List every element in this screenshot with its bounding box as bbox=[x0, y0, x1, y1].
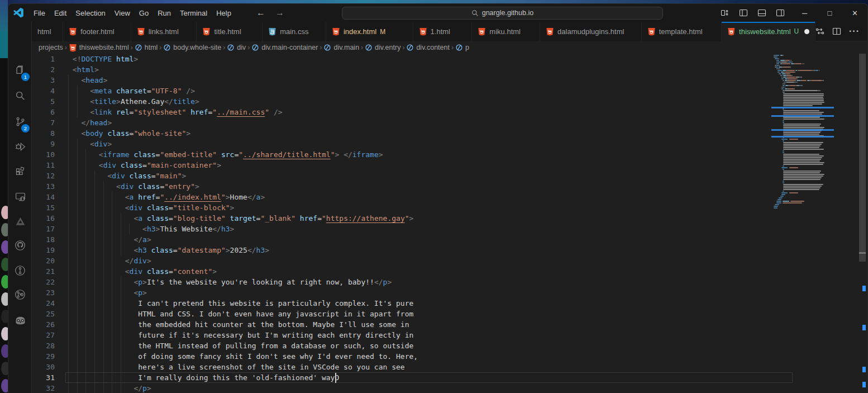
code-line[interactable]: 23 <p> bbox=[32, 287, 867, 298]
activity-godot[interactable] bbox=[8, 310, 32, 333]
line-number: 15 bbox=[32, 202, 55, 213]
history-back-button[interactable]: ← bbox=[251, 8, 270, 18]
code-line[interactable]: 32 </p> bbox=[32, 383, 867, 393]
toggle-primary-sidebar-button[interactable] bbox=[736, 6, 751, 20]
activity-source-control[interactable]: 2 bbox=[8, 111, 32, 134]
breadcrumb-separator: › bbox=[63, 44, 69, 51]
tab-template-html[interactable]: template.html bbox=[642, 22, 722, 41]
code-line[interactable]: 29 of doing some fancy shit I don't see … bbox=[32, 351, 867, 362]
code-line[interactable]: 14 <a href="../index.html">Home</a> bbox=[32, 192, 867, 202]
activity-explorer[interactable]: 1 bbox=[8, 60, 32, 82]
customize-layout-button[interactable] bbox=[718, 6, 732, 20]
code-line[interactable]: 20 </div> bbox=[32, 255, 867, 266]
editor-scrollbar[interactable] bbox=[859, 54, 866, 393]
command-center-search[interactable]: gnargle.github.io bbox=[342, 7, 663, 20]
code-line[interactable]: 31 I'm really doing this the 'old-fashio… bbox=[32, 372, 867, 383]
line-number: 31 bbox=[32, 372, 55, 383]
tab-label: index.html bbox=[344, 27, 376, 36]
tab-1-html[interactable]: 1.html bbox=[413, 22, 473, 41]
code-line[interactable]: 30 here's a live screenshot of the site … bbox=[32, 362, 867, 372]
code-line[interactable]: 5 <title>Athene.Gay</title> bbox=[32, 96, 867, 107]
code-line[interactable]: 4 <meta charset="UTF-8" /> bbox=[32, 86, 867, 96]
more-actions-icon[interactable]: ··· bbox=[849, 26, 860, 36]
menu-help[interactable]: Help bbox=[212, 7, 236, 19]
code-line[interactable]: 28 the HTML instead of pulling from a da… bbox=[32, 340, 867, 351]
code-line[interactable]: 15 <div class="title-block"> bbox=[32, 202, 867, 213]
activity-github[interactable] bbox=[8, 235, 32, 258]
menu-go[interactable]: Go bbox=[135, 7, 153, 19]
minimap-highlight bbox=[771, 115, 834, 117]
tab-html[interactable]: html bbox=[32, 22, 63, 41]
maximize-button[interactable]: □ bbox=[817, 4, 842, 22]
activity-git-graph[interactable] bbox=[8, 285, 32, 307]
activity-remote-explorer[interactable] bbox=[8, 187, 32, 209]
menu-file[interactable]: File bbox=[29, 7, 50, 19]
code-line[interactable]: 2 <html> bbox=[32, 64, 867, 75]
breadcrumb-item[interactable]: div bbox=[227, 44, 246, 51]
code-line[interactable]: 21 <div class="content"> bbox=[32, 266, 867, 277]
activity-extensions[interactable] bbox=[8, 162, 32, 184]
code-line[interactable]: 12 <div class="main"> bbox=[32, 171, 867, 181]
tab-miku-html[interactable]: miku.html bbox=[472, 22, 540, 41]
tab-main-css[interactable]: main.css bbox=[263, 22, 326, 41]
code-line[interactable]: 25 HTML and CSS. I don't even have any j… bbox=[32, 309, 867, 319]
breadcrumb-item[interactable]: div.main bbox=[323, 44, 359, 51]
code-line[interactable]: 13 <div class="entry"> bbox=[32, 181, 867, 192]
breadcrumb-item[interactable]: div.main-container bbox=[251, 44, 318, 51]
tab-index-html[interactable]: index.html M bbox=[326, 22, 413, 41]
menu-terminal[interactable]: Terminal bbox=[175, 7, 212, 19]
background-app-icon bbox=[1, 206, 8, 219]
tab-actions: ··· bbox=[815, 22, 867, 41]
tab-label: 1.html bbox=[431, 27, 450, 36]
toggle-panel-button[interactable] bbox=[755, 6, 769, 20]
code-line[interactable]: 22 <p>It's the website you're looking at… bbox=[32, 277, 867, 287]
tab-thiswebsite-html[interactable]: thiswebsite.html U bbox=[722, 22, 815, 41]
breadcrumb-item[interactable]: div.content bbox=[406, 44, 450, 51]
activity-run-debug[interactable] bbox=[8, 136, 32, 159]
activity-search[interactable] bbox=[8, 86, 32, 108]
code-editor[interactable]: 1 <!DOCTYPE html> 2 <html> 3 <head> 4 <m… bbox=[32, 54, 867, 393]
breadcrumb-item[interactable]: div.entry bbox=[365, 44, 400, 51]
code-line[interactable]: 26 the embedded hit counter at the botto… bbox=[32, 319, 867, 330]
breadcrumb-item[interactable]: body.whole-site bbox=[163, 44, 221, 51]
code-line[interactable]: 10 <iframe class="embed-title" src="../s… bbox=[32, 149, 867, 160]
tab-title-html[interactable]: title.html bbox=[197, 22, 263, 41]
menu-selection[interactable]: Selection bbox=[71, 7, 109, 19]
menu-run[interactable]: Run bbox=[153, 7, 175, 19]
minimize-button[interactable]: ─ bbox=[792, 4, 817, 22]
tab-dalamudplugins-html[interactable]: dalamudplugins.html bbox=[540, 22, 642, 41]
split-editor-icon[interactable] bbox=[832, 27, 841, 36]
unsaved-dot[interactable] bbox=[804, 29, 809, 34]
code-line[interactable]: 6 <link rel="stylesheet" href="../main.c… bbox=[32, 107, 867, 117]
activity-gitlens[interactable] bbox=[8, 261, 32, 283]
history-forward-button[interactable]: → bbox=[270, 8, 289, 18]
code-line[interactable]: 3 <head> bbox=[32, 75, 867, 86]
breadcrumb-item[interactable]: thiswebsite.html bbox=[69, 44, 129, 52]
menu-view[interactable]: View bbox=[110, 7, 135, 19]
code-line[interactable]: 1 <!DOCTYPE html> bbox=[32, 54, 867, 64]
tab-footer-html[interactable]: footer.html bbox=[63, 22, 131, 41]
scrollbar-thumb[interactable] bbox=[859, 54, 866, 262]
html-file-icon bbox=[202, 27, 211, 36]
code-line[interactable]: 16 <a class="blog-title" target="_blank"… bbox=[32, 213, 867, 224]
line-number: 19 bbox=[32, 245, 55, 255]
breadcrumb-item[interactable]: p bbox=[455, 44, 469, 51]
minimap[interactable] bbox=[771, 55, 834, 390]
open-changes-icon[interactable] bbox=[815, 27, 824, 36]
code-line[interactable]: 19 <h3 class="datestamp">2025</h3> bbox=[32, 245, 867, 255]
menu-edit[interactable]: Edit bbox=[50, 7, 71, 19]
code-line[interactable]: 18 </a> bbox=[32, 234, 867, 245]
breadcrumb-item[interactable]: projects bbox=[39, 44, 63, 51]
activity-astro[interactable] bbox=[8, 211, 32, 234]
code-line[interactable]: 11 <div class="main-container"> bbox=[32, 160, 867, 171]
code-line[interactable]: 27 future if it's necessary but I'm writ… bbox=[32, 330, 867, 340]
breadcrumb-item[interactable]: html bbox=[135, 44, 158, 51]
code-line[interactable]: 24 I can't pretend this website is parti… bbox=[32, 298, 867, 309]
close-button[interactable]: ✕ bbox=[842, 4, 867, 22]
code-line[interactable]: 7 </head> bbox=[32, 117, 867, 128]
tab-links-html[interactable]: links.html bbox=[131, 22, 197, 41]
code-line[interactable]: 9 <div> bbox=[32, 139, 867, 149]
code-line[interactable]: 17 <h3>This Website</h3> bbox=[32, 224, 867, 234]
code-line[interactable]: 8 <body class="whole-site"> bbox=[32, 128, 867, 139]
toggle-secondary-sidebar-button[interactable] bbox=[773, 6, 788, 20]
